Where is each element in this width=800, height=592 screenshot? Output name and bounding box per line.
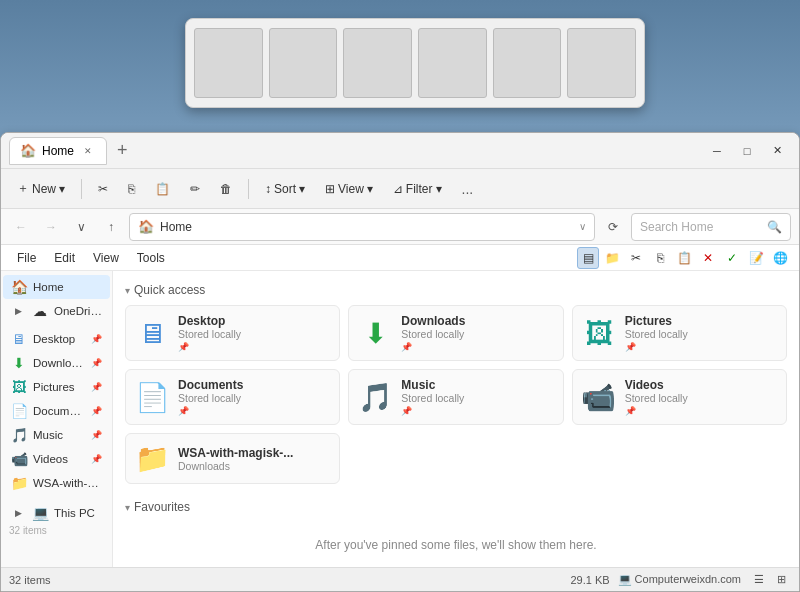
qa-item-wsa[interactable]: 📁 WSA-with-magisk-... Downloads xyxy=(125,433,340,484)
qa-videos-sub: Stored locally xyxy=(625,392,688,404)
qa-pictures-icon: 🖼 xyxy=(581,317,617,350)
thispc-expander[interactable]: ▶ xyxy=(11,505,26,521)
cut-icon: ✂ xyxy=(98,182,108,196)
menu-edit[interactable]: Edit xyxy=(46,248,83,268)
up-button[interactable]: ↑ xyxy=(99,215,123,239)
tab-home-icon: 🏠 xyxy=(20,143,36,158)
toolbar: ＋ New ▾ ✂ ⎘ 📋 ✏ 🗑 ↕ Sort ▾ ⊞ View ▾ xyxy=(1,169,799,209)
sidebar-item-music[interactable]: 🎵 Music 📌 xyxy=(3,423,110,447)
qa-videos-info: Videos Stored locally 📌 xyxy=(625,378,688,416)
search-icon[interactable]: 🔍 xyxy=(767,220,782,234)
favourites-header[interactable]: ▾ Favourites xyxy=(125,500,787,514)
music-pin-icon: 📌 xyxy=(91,430,102,440)
status-bar-right: 29.1 KB 💻 Computerweixdn.com ☰ ⊞ xyxy=(570,570,791,590)
globe-icon-button[interactable]: 🌐 xyxy=(769,247,791,269)
qa-item-pictures[interactable]: 🖼 Pictures Stored locally 📌 xyxy=(572,305,787,361)
refresh-button[interactable]: ⟳ xyxy=(601,215,625,239)
minimize-button[interactable]: ─ xyxy=(703,140,731,162)
cut-icon-button[interactable]: ✂ xyxy=(625,247,647,269)
up-dropdown-button[interactable]: ∨ xyxy=(69,215,93,239)
sidebar-item-documents[interactable]: 📄 Documents 📌 xyxy=(3,399,110,423)
qa-downloads-pin: 📌 xyxy=(401,342,465,352)
maximize-button[interactable]: □ xyxy=(733,140,761,162)
toolbar-sep-2 xyxy=(248,179,249,199)
thispc-expand-icon: ▶ xyxy=(15,508,22,518)
address-field[interactable]: 🏠 Home ∨ xyxy=(129,213,595,241)
thumbnail-5[interactable] xyxy=(493,28,562,98)
qa-item-music[interactable]: 🎵 Music Stored locally 📌 xyxy=(348,369,563,425)
view-label: View xyxy=(338,182,364,196)
qa-downloads-sub: Stored locally xyxy=(401,328,465,340)
note2-icon-button[interactable]: 📝 xyxy=(745,247,767,269)
delete-button[interactable]: 🗑 xyxy=(212,178,240,200)
paste-button[interactable]: 📋 xyxy=(147,178,178,200)
status-computer-label: 💻 Computerweixdn.com xyxy=(618,573,741,586)
qa-documents-info: Documents Stored locally 📌 xyxy=(178,378,243,416)
sidebar-item-onedrive[interactable]: ▶ ☁ OneDrive - Pe... xyxy=(3,299,110,323)
rename-button[interactable]: ✏ xyxy=(182,178,208,200)
address-home-icon: 🏠 xyxy=(138,219,154,234)
thumbnail-4[interactable] xyxy=(418,28,487,98)
cut-button[interactable]: ✂ xyxy=(90,178,116,200)
tab-close-button[interactable]: ✕ xyxy=(80,143,96,159)
panel-icon-button[interactable]: ▤ xyxy=(577,247,599,269)
sidebar-home-label: Home xyxy=(33,281,102,293)
copy-icon-button[interactable]: ⎘ xyxy=(649,247,671,269)
sidebar-item-downloads[interactable]: ⬇ Downloads 📌 xyxy=(3,351,110,375)
view-button[interactable]: ⊞ View ▾ xyxy=(317,178,381,200)
folder-icon-button[interactable]: 📁 xyxy=(601,247,623,269)
thumbnail-6[interactable] xyxy=(567,28,636,98)
qa-item-videos[interactable]: 📹 Videos Stored locally 📌 xyxy=(572,369,787,425)
menu-view[interactable]: View xyxy=(85,248,127,268)
qa-item-downloads[interactable]: ⬇ Downloads Stored locally 📌 xyxy=(348,305,563,361)
new-tab-button[interactable]: + xyxy=(111,140,134,161)
view-grid-button[interactable]: ⊞ xyxy=(771,570,791,590)
qa-item-documents[interactable]: 📄 Documents Stored locally 📌 xyxy=(125,369,340,425)
status-item-count: 32 items xyxy=(9,574,51,586)
sidebar-item-thispc[interactable]: ▶ 💻 This PC xyxy=(3,501,110,525)
copy-button[interactable]: ⎘ xyxy=(120,178,143,200)
sidebar-item-home[interactable]: 🏠 Home xyxy=(3,275,110,299)
filter-dropdown-icon: ▾ xyxy=(436,182,442,196)
view-icon: ⊞ xyxy=(325,182,335,196)
view-detail-button[interactable]: ☰ xyxy=(749,570,769,590)
thumbnail-1[interactable] xyxy=(194,28,263,98)
new-button[interactable]: ＋ New ▾ xyxy=(9,176,73,201)
address-path: Home xyxy=(160,220,192,234)
sidebar-item-wsa[interactable]: 📁 WSA-with-ma xyxy=(3,471,110,495)
sidebar-item-pictures[interactable]: 🖼 Pictures 📌 xyxy=(3,375,110,399)
sort-button[interactable]: ↕ Sort ▾ xyxy=(257,178,313,200)
thumbnail-2[interactable] xyxy=(269,28,338,98)
sidebar-thispc-label: This PC xyxy=(54,507,102,519)
documents-pin-icon: 📌 xyxy=(91,406,102,416)
videos-sidebar-icon: 📹 xyxy=(11,451,27,467)
qa-downloads-name: Downloads xyxy=(401,314,465,328)
sidebar-music-label: Music xyxy=(33,429,85,441)
qa-desktop-icon: 🖥 xyxy=(134,317,170,350)
thumbnail-3[interactable] xyxy=(343,28,412,98)
onedrive-expander[interactable]: ▶ xyxy=(11,303,26,319)
qa-desktop-name: Desktop xyxy=(178,314,241,328)
check-green-icon-button[interactable]: ✓ xyxy=(721,247,743,269)
downloads-pin-icon: 📌 xyxy=(91,358,102,368)
explorer-tab[interactable]: 🏠 Home ✕ xyxy=(9,137,107,165)
rename-icon: ✏ xyxy=(190,182,200,196)
filter-button[interactable]: ⊿ Filter ▾ xyxy=(385,178,450,200)
sidebar-item-videos[interactable]: 📹 Videos 📌 xyxy=(3,447,110,471)
note-icon-button[interactable]: 📋 xyxy=(673,247,695,269)
search-field[interactable]: Search Home 🔍 xyxy=(631,213,791,241)
address-bar: ← → ∨ ↑ 🏠 Home ∨ ⟳ Search Home 🔍 xyxy=(1,209,799,245)
qa-wsa-name: WSA-with-magisk-... xyxy=(178,446,293,460)
quick-access-header[interactable]: ▾ Quick access xyxy=(125,283,787,297)
more-button[interactable]: ... xyxy=(454,177,482,201)
qa-item-desktop[interactable]: 🖥 Desktop Stored locally 📌 xyxy=(125,305,340,361)
menu-tools[interactable]: Tools xyxy=(129,248,173,268)
back-button[interactable]: ← xyxy=(9,215,33,239)
menu-file[interactable]: File xyxy=(9,248,44,268)
sidebar-item-desktop[interactable]: 🖥 Desktop 📌 xyxy=(3,327,110,351)
forward-button[interactable]: → xyxy=(39,215,63,239)
close-button[interactable]: ✕ xyxy=(763,140,791,162)
qa-music-info: Music Stored locally 📌 xyxy=(401,378,464,416)
search-placeholder: Search Home xyxy=(640,220,713,234)
close-red-icon-button[interactable]: ✕ xyxy=(697,247,719,269)
